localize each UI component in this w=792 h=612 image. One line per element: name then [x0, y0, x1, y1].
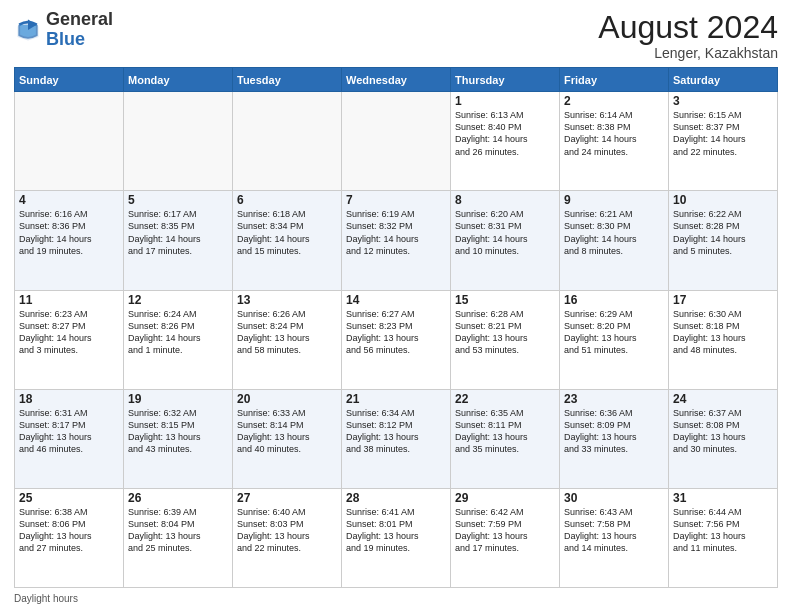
day-number: 16 [564, 293, 664, 307]
day-info: Sunrise: 6:16 AM Sunset: 8:36 PM Dayligh… [19, 208, 119, 257]
table-row: 14Sunrise: 6:27 AM Sunset: 8:23 PM Dayli… [342, 290, 451, 389]
day-info: Sunrise: 6:33 AM Sunset: 8:14 PM Dayligh… [237, 407, 337, 456]
table-row: 30Sunrise: 6:43 AM Sunset: 7:58 PM Dayli… [560, 488, 669, 587]
day-info: Sunrise: 6:29 AM Sunset: 8:20 PM Dayligh… [564, 308, 664, 357]
day-number: 28 [346, 491, 446, 505]
day-number: 10 [673, 193, 773, 207]
day-number: 17 [673, 293, 773, 307]
calendar-week-row: 25Sunrise: 6:38 AM Sunset: 8:06 PM Dayli… [15, 488, 778, 587]
table-row: 21Sunrise: 6:34 AM Sunset: 8:12 PM Dayli… [342, 389, 451, 488]
logo-text: General Blue [46, 10, 113, 50]
table-row: 29Sunrise: 6:42 AM Sunset: 7:59 PM Dayli… [451, 488, 560, 587]
day-info: Sunrise: 6:15 AM Sunset: 8:37 PM Dayligh… [673, 109, 773, 158]
day-info: Sunrise: 6:36 AM Sunset: 8:09 PM Dayligh… [564, 407, 664, 456]
day-number: 12 [128, 293, 228, 307]
col-wednesday: Wednesday [342, 68, 451, 92]
day-info: Sunrise: 6:20 AM Sunset: 8:31 PM Dayligh… [455, 208, 555, 257]
table-row [342, 92, 451, 191]
day-number: 19 [128, 392, 228, 406]
day-info: Sunrise: 6:35 AM Sunset: 8:11 PM Dayligh… [455, 407, 555, 456]
table-row [124, 92, 233, 191]
logo-general: General [46, 9, 113, 29]
table-row: 20Sunrise: 6:33 AM Sunset: 8:14 PM Dayli… [233, 389, 342, 488]
table-row: 5Sunrise: 6:17 AM Sunset: 8:35 PM Daylig… [124, 191, 233, 290]
day-number: 7 [346, 193, 446, 207]
day-number: 22 [455, 392, 555, 406]
table-row: 17Sunrise: 6:30 AM Sunset: 8:18 PM Dayli… [669, 290, 778, 389]
day-number: 8 [455, 193, 555, 207]
table-row: 19Sunrise: 6:32 AM Sunset: 8:15 PM Dayli… [124, 389, 233, 488]
day-info: Sunrise: 6:31 AM Sunset: 8:17 PM Dayligh… [19, 407, 119, 456]
logo-icon [14, 16, 42, 44]
day-number: 1 [455, 94, 555, 108]
day-number: 5 [128, 193, 228, 207]
day-number: 11 [19, 293, 119, 307]
calendar-week-row: 1Sunrise: 6:13 AM Sunset: 8:40 PM Daylig… [15, 92, 778, 191]
table-row [233, 92, 342, 191]
table-row: 23Sunrise: 6:36 AM Sunset: 8:09 PM Dayli… [560, 389, 669, 488]
day-info: Sunrise: 6:27 AM Sunset: 8:23 PM Dayligh… [346, 308, 446, 357]
day-number: 30 [564, 491, 664, 505]
table-row: 28Sunrise: 6:41 AM Sunset: 8:01 PM Dayli… [342, 488, 451, 587]
calendar-week-row: 11Sunrise: 6:23 AM Sunset: 8:27 PM Dayli… [15, 290, 778, 389]
day-number: 4 [19, 193, 119, 207]
day-info: Sunrise: 6:26 AM Sunset: 8:24 PM Dayligh… [237, 308, 337, 357]
col-sunday: Sunday [15, 68, 124, 92]
day-info: Sunrise: 6:24 AM Sunset: 8:26 PM Dayligh… [128, 308, 228, 357]
table-row: 6Sunrise: 6:18 AM Sunset: 8:34 PM Daylig… [233, 191, 342, 290]
table-row: 13Sunrise: 6:26 AM Sunset: 8:24 PM Dayli… [233, 290, 342, 389]
day-info: Sunrise: 6:14 AM Sunset: 8:38 PM Dayligh… [564, 109, 664, 158]
day-info: Sunrise: 6:41 AM Sunset: 8:01 PM Dayligh… [346, 506, 446, 555]
table-row: 16Sunrise: 6:29 AM Sunset: 8:20 PM Dayli… [560, 290, 669, 389]
day-number: 25 [19, 491, 119, 505]
day-info: Sunrise: 6:17 AM Sunset: 8:35 PM Dayligh… [128, 208, 228, 257]
table-row: 3Sunrise: 6:15 AM Sunset: 8:37 PM Daylig… [669, 92, 778, 191]
day-info: Sunrise: 6:39 AM Sunset: 8:04 PM Dayligh… [128, 506, 228, 555]
calendar-week-row: 4Sunrise: 6:16 AM Sunset: 8:36 PM Daylig… [15, 191, 778, 290]
table-row: 1Sunrise: 6:13 AM Sunset: 8:40 PM Daylig… [451, 92, 560, 191]
table-row: 11Sunrise: 6:23 AM Sunset: 8:27 PM Dayli… [15, 290, 124, 389]
header: General Blue August 2024 Lenger, Kazakhs… [14, 10, 778, 61]
day-number: 2 [564, 94, 664, 108]
table-row: 26Sunrise: 6:39 AM Sunset: 8:04 PM Dayli… [124, 488, 233, 587]
day-number: 24 [673, 392, 773, 406]
daylight-label: Daylight hours [14, 593, 78, 604]
table-row: 2Sunrise: 6:14 AM Sunset: 8:38 PM Daylig… [560, 92, 669, 191]
table-row: 27Sunrise: 6:40 AM Sunset: 8:03 PM Dayli… [233, 488, 342, 587]
day-info: Sunrise: 6:43 AM Sunset: 7:58 PM Dayligh… [564, 506, 664, 555]
day-info: Sunrise: 6:37 AM Sunset: 8:08 PM Dayligh… [673, 407, 773, 456]
day-number: 26 [128, 491, 228, 505]
day-info: Sunrise: 6:18 AM Sunset: 8:34 PM Dayligh… [237, 208, 337, 257]
day-info: Sunrise: 6:40 AM Sunset: 8:03 PM Dayligh… [237, 506, 337, 555]
calendar-table: Sunday Monday Tuesday Wednesday Thursday… [14, 67, 778, 588]
day-info: Sunrise: 6:44 AM Sunset: 7:56 PM Dayligh… [673, 506, 773, 555]
table-row [15, 92, 124, 191]
day-info: Sunrise: 6:19 AM Sunset: 8:32 PM Dayligh… [346, 208, 446, 257]
day-info: Sunrise: 6:34 AM Sunset: 8:12 PM Dayligh… [346, 407, 446, 456]
day-number: 13 [237, 293, 337, 307]
table-row: 24Sunrise: 6:37 AM Sunset: 8:08 PM Dayli… [669, 389, 778, 488]
table-row: 18Sunrise: 6:31 AM Sunset: 8:17 PM Dayli… [15, 389, 124, 488]
day-number: 15 [455, 293, 555, 307]
day-number: 27 [237, 491, 337, 505]
table-row: 15Sunrise: 6:28 AM Sunset: 8:21 PM Dayli… [451, 290, 560, 389]
day-info: Sunrise: 6:38 AM Sunset: 8:06 PM Dayligh… [19, 506, 119, 555]
day-info: Sunrise: 6:23 AM Sunset: 8:27 PM Dayligh… [19, 308, 119, 357]
logo: General Blue [14, 10, 113, 50]
table-row: 4Sunrise: 6:16 AM Sunset: 8:36 PM Daylig… [15, 191, 124, 290]
table-row: 22Sunrise: 6:35 AM Sunset: 8:11 PM Dayli… [451, 389, 560, 488]
calendar-header-row: Sunday Monday Tuesday Wednesday Thursday… [15, 68, 778, 92]
day-number: 14 [346, 293, 446, 307]
col-monday: Monday [124, 68, 233, 92]
footer: Daylight hours [14, 593, 778, 604]
day-number: 29 [455, 491, 555, 505]
col-saturday: Saturday [669, 68, 778, 92]
day-info: Sunrise: 6:22 AM Sunset: 8:28 PM Dayligh… [673, 208, 773, 257]
calendar-week-row: 18Sunrise: 6:31 AM Sunset: 8:17 PM Dayli… [15, 389, 778, 488]
month-title: August 2024 [598, 10, 778, 45]
table-row: 9Sunrise: 6:21 AM Sunset: 8:30 PM Daylig… [560, 191, 669, 290]
day-number: 6 [237, 193, 337, 207]
day-number: 18 [19, 392, 119, 406]
day-number: 20 [237, 392, 337, 406]
col-thursday: Thursday [451, 68, 560, 92]
